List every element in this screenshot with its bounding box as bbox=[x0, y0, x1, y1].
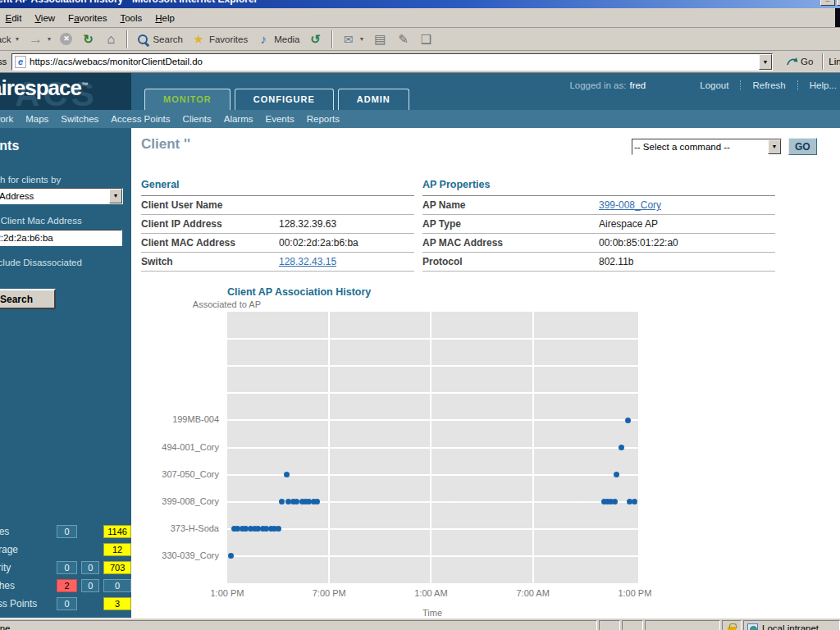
table-row: Client MAC Address00:02:2d:2a:b6:ba bbox=[141, 234, 414, 253]
table-row: AP MAC Address00:0b:85:01:22:a0 bbox=[422, 234, 775, 253]
toolbar-back-button[interactable]: ←Back▼ bbox=[0, 30, 24, 49]
nav-switches[interactable]: Switches bbox=[61, 114, 98, 124]
nav-network[interactable]: Network bbox=[0, 114, 13, 124]
toolbar-edit-button[interactable]: ✎ bbox=[392, 30, 413, 49]
header-link-logout[interactable]: Logout bbox=[688, 80, 740, 90]
menu-item-favorites[interactable]: Favorites bbox=[62, 11, 113, 25]
select-arrow-icon[interactable]: ▼ bbox=[109, 189, 122, 203]
alarm-count-cell[interactable]: 0 bbox=[81, 561, 99, 574]
address-input[interactable] bbox=[30, 55, 759, 69]
command-select[interactable]: -- Select a command -- ▼ bbox=[632, 139, 782, 155]
field-value: 00:02:2d:2a:b6:ba bbox=[279, 237, 358, 249]
toolbar-refresh-button[interactable]: ↻ bbox=[77, 30, 98, 49]
search-button[interactable]: Search bbox=[0, 289, 56, 309]
mail-icon: ✉ bbox=[341, 34, 356, 45]
go-button[interactable]: Go bbox=[783, 55, 817, 68]
window-titlebar[interactable]: Client AP Association History - Microsof… bbox=[0, 0, 840, 8]
menu-item-edit[interactable]: Edit bbox=[0, 11, 28, 25]
x-tick-label: 7:00 PM bbox=[313, 588, 346, 598]
toolbar-home-button[interactable]: ⌂ bbox=[100, 30, 121, 49]
alarm-count-cell[interactable]: 0 bbox=[103, 579, 131, 592]
nav-clients[interactable]: Clients bbox=[183, 114, 212, 124]
security-zone-panel: Local intranet bbox=[743, 620, 840, 630]
menu-item-help[interactable]: Help bbox=[148, 11, 181, 25]
maximize-button[interactable]: □ bbox=[837, 0, 840, 6]
nav-alarms[interactable]: Alarms bbox=[224, 114, 253, 124]
toolbar-mail-button[interactable]: ✉▼ bbox=[338, 30, 368, 49]
toolbar-print-button[interactable]: ▤ bbox=[369, 30, 390, 49]
toolbar-history-button[interactable]: ↺ bbox=[305, 30, 326, 49]
airespace-acs-logo: ACS airespace™ bbox=[0, 73, 131, 110]
toolbar-search-label: Search bbox=[153, 34, 182, 44]
include-disassociated-row: Include Disassociated bbox=[0, 257, 82, 267]
dropdown-caret-icon[interactable]: ▼ bbox=[47, 36, 52, 42]
links-bar[interactable]: Links bbox=[829, 57, 840, 66]
alarm-count-cell[interactable]: 3 bbox=[103, 597, 131, 610]
field-label: AP Type bbox=[422, 218, 599, 230]
gridline bbox=[227, 447, 638, 449]
toolbar-favorites-button[interactable]: ★Favorites bbox=[188, 30, 251, 49]
nav-maps[interactable]: Maps bbox=[25, 114, 48, 124]
toolbar-search-button[interactable]: Search bbox=[133, 30, 185, 49]
alarm-count-cell[interactable]: 0 bbox=[81, 579, 99, 592]
intranet-zone-icon bbox=[747, 623, 758, 630]
command-go-button[interactable]: GO bbox=[788, 138, 817, 155]
select-arrow-icon[interactable]: ▼ bbox=[768, 139, 781, 154]
x-tick-label: 1:00 PM bbox=[618, 588, 651, 598]
status-panel bbox=[599, 620, 620, 630]
gridline bbox=[227, 365, 638, 367]
alarm-count-cell[interactable]: 0 bbox=[57, 525, 77, 538]
toolbar-discuss-button[interactable]: ❑ bbox=[415, 30, 436, 49]
header-link-help[interactable]: Help... bbox=[797, 80, 840, 90]
nav-events[interactable]: Events bbox=[266, 114, 294, 124]
menu-item-view[interactable]: View bbox=[28, 11, 62, 25]
field-value[interactable]: 128.32.43.15 bbox=[279, 256, 336, 267]
field-value[interactable]: 399-008_Cory bbox=[599, 199, 661, 211]
stop-icon: ✕ bbox=[60, 33, 72, 45]
mac-address-input[interactable] bbox=[0, 230, 122, 246]
category-label: 199MB-004 bbox=[127, 414, 219, 424]
toolbar-stop-button[interactable]: ✕ bbox=[57, 30, 75, 49]
alarm-row: Access Points03 bbox=[0, 595, 131, 613]
toolbar: ←Back▼→▼✕↻⌂Search★Favorites♪Media↺✉▼▤✎❑ bbox=[0, 28, 840, 51]
gridline bbox=[227, 528, 638, 530]
status-text-panel: Done bbox=[0, 620, 597, 630]
gridline bbox=[328, 312, 330, 583]
tab-monitor[interactable]: MONITOR bbox=[144, 89, 231, 110]
minimize-button[interactable]: _ bbox=[820, 0, 835, 6]
gridline bbox=[532, 312, 534, 583]
dropdown-caret-icon[interactable]: ▼ bbox=[359, 36, 365, 42]
command-select-value: -- Select a command -- bbox=[632, 142, 768, 152]
data-point bbox=[619, 445, 624, 450]
alarm-count-cell[interactable]: 0 bbox=[57, 597, 77, 610]
alarm-count-cell[interactable]: 0 bbox=[57, 561, 77, 574]
toolbar-forward-button[interactable]: →▼ bbox=[25, 30, 56, 49]
gridline bbox=[227, 419, 638, 421]
alarm-category-label: Security bbox=[0, 562, 57, 573]
data-point bbox=[632, 499, 637, 504]
menu-item-tools[interactable]: Tools bbox=[113, 11, 148, 25]
field-value: Airespace AP bbox=[599, 218, 658, 230]
dropdown-caret-icon[interactable]: ▼ bbox=[15, 36, 21, 42]
discuss-icon: ❑ bbox=[418, 33, 433, 45]
status-bar: Done Local intranet bbox=[0, 618, 840, 630]
category-label: 307-050_Cory bbox=[127, 469, 219, 479]
nav-reports[interactable]: Reports bbox=[307, 114, 340, 124]
header-link-refresh[interactable]: Refresh bbox=[740, 80, 797, 90]
tab-configure[interactable]: CONFIGURE bbox=[235, 89, 334, 110]
data-point bbox=[284, 472, 290, 477]
address-dropdown-button[interactable]: ▼ bbox=[759, 54, 772, 70]
alarm-count-cell[interactable]: 2 bbox=[57, 579, 77, 592]
search-by-select[interactable]: MAC Address ▼ bbox=[0, 188, 123, 204]
field-value: 128.32.39.63 bbox=[279, 218, 336, 230]
tab-admin[interactable]: ADMIN bbox=[338, 89, 409, 110]
table-row: Switch128.32.43.15 bbox=[141, 253, 414, 272]
nav-access-points[interactable]: Access Points bbox=[111, 114, 170, 124]
go-arrow-icon bbox=[787, 57, 798, 66]
field-label: Switch bbox=[141, 256, 279, 267]
toolbar-media-button[interactable]: ♪Media bbox=[253, 30, 303, 49]
page-body: Clients Search for clients by MAC Addres… bbox=[0, 128, 840, 618]
category-label: 494-001_Cory bbox=[127, 442, 219, 452]
alarm-count-cell[interactable]: 703 bbox=[103, 561, 131, 574]
toolbar-back-label: Back bbox=[0, 34, 11, 44]
